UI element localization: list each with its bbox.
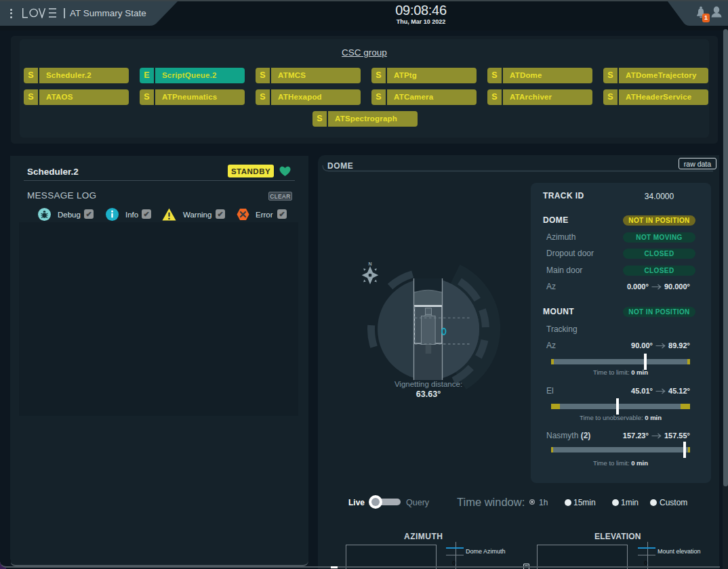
svg-text:N: N [368,261,371,266]
